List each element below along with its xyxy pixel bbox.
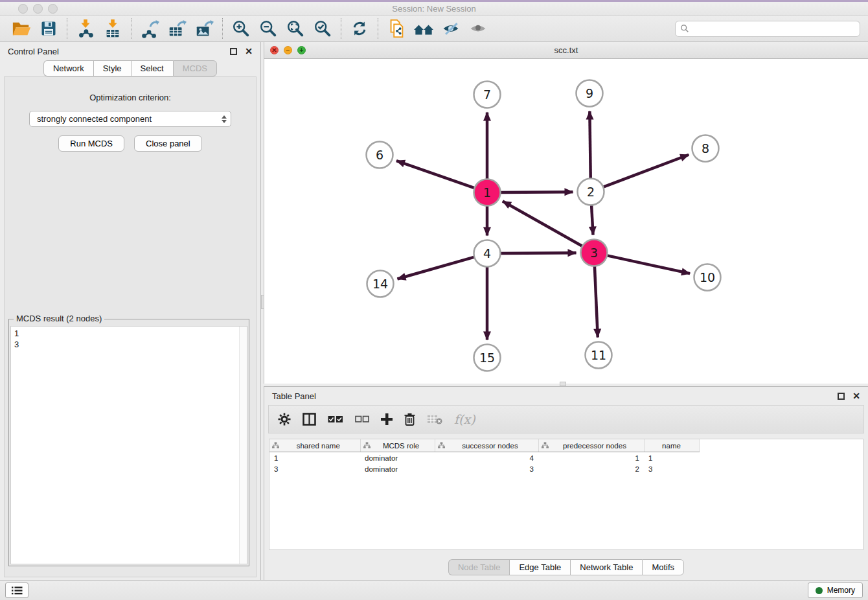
tab-select[interactable]: Select xyxy=(131,60,173,76)
table-cell[interactable]: 2 xyxy=(538,463,644,474)
graph-edge-4-14[interactable] xyxy=(397,257,475,279)
hide-selected-button[interactable] xyxy=(437,17,464,40)
table-settings-button[interactable] xyxy=(278,413,291,426)
graph-edge-3-10[interactable] xyxy=(606,255,690,273)
table-cell[interactable]: dominator xyxy=(360,463,435,474)
delete-table-icon xyxy=(427,414,442,424)
table-cell[interactable]: 4 xyxy=(435,452,538,464)
import-table-icon xyxy=(103,19,122,38)
close-view-icon[interactable]: ✕ xyxy=(270,46,279,54)
tab-node-table[interactable]: Node Table xyxy=(448,559,510,575)
float-panel-icon[interactable] xyxy=(230,48,237,55)
search-box xyxy=(675,21,860,37)
add-column-button[interactable] xyxy=(381,413,393,425)
svg-text:7: 7 xyxy=(483,87,491,102)
import-table-button[interactable] xyxy=(99,17,126,40)
refresh-button[interactable] xyxy=(346,17,373,40)
result-line: 3 xyxy=(14,339,244,350)
graph-node-4[interactable]: 4 xyxy=(474,240,501,267)
tab-edge-table[interactable]: Edge Table xyxy=(509,559,570,575)
zoom-in-button[interactable] xyxy=(227,17,255,40)
graph-edge-4-3[interactable] xyxy=(499,253,576,253)
open-session-button[interactable] xyxy=(8,17,35,40)
table-row[interactable]: 3 dominator 3 2 3 xyxy=(269,463,699,474)
graph-node-10[interactable]: 10 xyxy=(694,264,721,291)
graph-node-15[interactable]: 15 xyxy=(474,345,501,371)
graph-node-11[interactable]: 11 xyxy=(586,342,612,369)
table-cell[interactable]: 1 xyxy=(269,452,360,464)
svg-text:3: 3 xyxy=(590,246,598,260)
zoom-out-button[interactable] xyxy=(255,17,282,40)
table-cell[interactable]: dominator xyxy=(360,452,435,464)
table-row[interactable]: 1 dominator 4 1 1 xyxy=(269,452,699,464)
column-header-successor-nodes[interactable]: successor nodes xyxy=(435,439,538,452)
minimize-view-icon[interactable]: − xyxy=(284,46,292,54)
column-header-name[interactable]: name xyxy=(644,439,699,452)
mcds-result-list[interactable]: 1 3 xyxy=(10,326,247,564)
clone-network-button[interactable] xyxy=(383,17,410,40)
show-task-history-button[interactable] xyxy=(5,583,29,598)
function-builder-button[interactable]: f(x) xyxy=(454,412,475,426)
network-graph[interactable]: 7968124314101511 xyxy=(264,58,868,384)
zoom-view-icon[interactable]: + xyxy=(297,46,306,54)
select-all-button[interactable] xyxy=(328,415,343,424)
delete-column-button[interactable] xyxy=(404,413,415,426)
result-scrollbar[interactable] xyxy=(239,327,247,564)
memory-button[interactable]: Memory xyxy=(808,583,863,598)
table-cell[interactable]: 1 xyxy=(538,452,644,464)
graph-edge-3-11[interactable] xyxy=(595,264,598,337)
table-cell[interactable]: 3 xyxy=(269,463,360,474)
first-neighbors-button[interactable] xyxy=(410,17,437,40)
network-canvas[interactable]: 7968124314101511 xyxy=(264,58,868,384)
column-header-predecessor-nodes[interactable]: predecessor nodes xyxy=(538,439,644,452)
table-cell[interactable]: 3 xyxy=(435,463,538,474)
search-input[interactable] xyxy=(692,23,855,34)
run-mcds-button[interactable]: Run MCDS xyxy=(58,135,124,152)
export-network-button[interactable] xyxy=(136,17,163,40)
splitter-handle[interactable] xyxy=(261,295,264,309)
table-cell[interactable]: 1 xyxy=(644,452,699,464)
graph-edge-2-3[interactable] xyxy=(591,203,593,235)
tab-motifs[interactable]: Motifs xyxy=(642,559,684,575)
table-cell[interactable]: 3 xyxy=(644,463,699,474)
splitter-handle[interactable] xyxy=(560,382,566,386)
tab-network[interactable]: Network xyxy=(43,60,93,76)
close-panel-icon[interactable]: ✕ xyxy=(852,391,860,400)
graph-edge-2-9[interactable] xyxy=(589,111,590,179)
save-session-button[interactable] xyxy=(35,17,62,40)
graph-edge-2-8[interactable] xyxy=(602,155,689,188)
graph-node-7[interactable]: 7 xyxy=(474,82,501,108)
graph-node-1[interactable]: 1 xyxy=(474,179,501,206)
column-header-mcds-role[interactable]: MCDS role xyxy=(360,439,435,452)
graph-node-6[interactable]: 6 xyxy=(367,142,393,168)
network-view-window: ✕ − + scc.txt 7968124314101511 xyxy=(264,42,868,384)
graph-edge-1-6[interactable] xyxy=(396,161,476,189)
zoom-selected-button[interactable] xyxy=(309,17,336,40)
graph-node-2[interactable]: 2 xyxy=(578,179,604,205)
graph-edge-1-2[interactable] xyxy=(499,192,573,192)
table-toolbar: f(x) xyxy=(268,405,864,433)
network-window-title: scc.txt xyxy=(264,45,868,55)
column-header-shared-name[interactable]: shared name xyxy=(269,439,360,452)
show-all-button[interactable] xyxy=(464,17,492,40)
float-panel-icon[interactable] xyxy=(838,393,845,400)
delete-table-button[interactable] xyxy=(427,414,442,424)
graph-node-14[interactable]: 14 xyxy=(367,271,394,297)
optimization-criterion-select[interactable]: strongly connected component xyxy=(29,111,231,127)
tab-mcds[interactable]: MCDS xyxy=(173,60,217,76)
zoom-fit-button[interactable] xyxy=(282,17,309,40)
close-panel-icon[interactable]: ✕ xyxy=(245,47,253,56)
export-image-button[interactable] xyxy=(190,17,218,40)
close-panel-button[interactable]: Close panel xyxy=(134,135,202,152)
graph-node-3[interactable]: 3 xyxy=(581,240,608,266)
tab-network-table[interactable]: Network Table xyxy=(570,559,642,575)
import-network-button[interactable] xyxy=(72,17,99,40)
deselect-all-button[interactable] xyxy=(355,415,369,423)
graph-edge-3-1[interactable] xyxy=(503,202,584,247)
show-columns-button[interactable] xyxy=(303,413,316,426)
graph-node-9[interactable]: 9 xyxy=(577,80,603,107)
export-table-button[interactable] xyxy=(163,17,190,40)
tab-style[interactable]: Style xyxy=(93,60,131,76)
graph-node-8[interactable]: 8 xyxy=(692,135,719,162)
export-image-icon xyxy=(194,19,214,38)
